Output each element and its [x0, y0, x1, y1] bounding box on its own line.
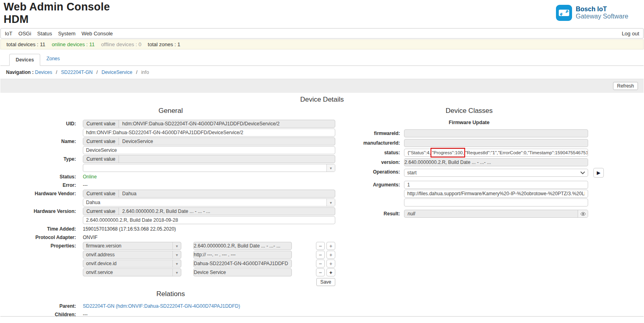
hardware-version-label: Hardware Version: [6, 207, 76, 215]
menu-item-web-console[interactable]: Web Console [82, 31, 113, 37]
fw-version-label: version: [349, 158, 400, 166]
menu-item-iot[interactable]: IoT [5, 31, 12, 37]
current-value-addon: Current value [83, 138, 119, 145]
hardware-vendor-combobox-value[interactable]: Dahua [83, 200, 326, 205]
fw-status-field[interactable]: {"Status":4,"Progress":100,"RequestId":"… [404, 149, 588, 157]
protocol-adapter-value: ONVIF [83, 233, 98, 241]
hardware-version-current-value: 2.640.0000000.2.R, Build Date ... - ... … [119, 209, 213, 214]
chevron-down-icon[interactable]: ▾ [172, 260, 181, 267]
remove-property-button[interactable]: − [316, 260, 325, 268]
stat-total-zones: total zones : 1 [148, 41, 180, 47]
arguments-label: Arguments: [349, 181, 400, 189]
name-current-value: DeviceService [119, 139, 156, 144]
property-name-select[interactable]: onvif.address ▾ [83, 251, 181, 259]
parent-label: Parent: [6, 302, 76, 310]
device-error-value: --- [83, 181, 88, 189]
breadcrumb-link-devices[interactable]: Devices [35, 70, 52, 75]
name-input[interactable] [83, 146, 335, 154]
refresh-button[interactable]: Refresh [613, 82, 638, 90]
operations-selected-value[interactable]: start [404, 170, 580, 176]
hardware-vendor-combobox[interactable]: Dahua ▾ [83, 198, 335, 206]
remove-property-button[interactable]: − [316, 268, 325, 276]
add-property-button[interactable]: + [326, 251, 335, 259]
uid-label: UID: [6, 120, 76, 128]
manufacturer-id-field [404, 139, 588, 147]
save-button[interactable]: Save [316, 278, 335, 286]
current-value-addon: Current value [83, 208, 119, 215]
children-label: Children: [6, 311, 76, 317]
operations-label: Operations: [349, 168, 400, 176]
hardware-version-current-field: Current value 2.640.0000000.2.R, Build D… [83, 207, 335, 215]
argument-input-1[interactable] [404, 181, 588, 189]
brand-name-top: Bosch IoT [576, 6, 628, 13]
stat-total-devices-value: 11 [40, 41, 45, 47]
general-heading: General [6, 107, 335, 115]
bottom-spacer [0, 317, 644, 323]
stat-total-zones-value: 1 [177, 41, 180, 47]
firmware-id-field [404, 129, 588, 137]
chevron-down-icon[interactable]: ▾ [326, 164, 335, 172]
property-row: onvif.address ▾ http:// ---. -- . --- . … [83, 251, 335, 259]
time-added-label: Time Added: [6, 225, 76, 233]
result-field: null [404, 210, 588, 218]
chevron-down-icon[interactable]: ▾ [172, 242, 181, 249]
breadcrumb-link-device[interactable]: SD22204T-GN [61, 70, 93, 75]
page-title: Device Details [0, 96, 644, 104]
remove-property-button[interactable]: − [316, 242, 325, 250]
argument-input-2[interactable] [404, 190, 588, 198]
stat-offline-devices: offline devices : 0 [101, 41, 141, 47]
name-current-field: Current value DeviceService [83, 137, 335, 145]
current-value-addon: Current value [83, 155, 119, 163]
fw-status-label: status: [349, 149, 400, 157]
header: Web Admin Console HDM Bosch IoT Gateway … [0, 0, 644, 28]
type-label: Type: [6, 155, 76, 163]
menu-item-system[interactable]: System [58, 31, 75, 37]
current-value-addon: Current value [83, 120, 119, 127]
property-row: onvif.service ▾ Device Service − + [83, 268, 335, 276]
fw-status-before: {"Status":4, [408, 150, 431, 155]
add-property-button[interactable]: + [326, 242, 335, 250]
uid-input[interactable] [83, 129, 335, 137]
property-value-field: http:// ---. -- . --- . --- [193, 251, 292, 259]
breadcrumb-prefix: Navigation : [6, 70, 34, 75]
run-operation-button[interactable]: ▶ [593, 168, 604, 178]
fw-version-field: 2.640.0000000.2.R, Build Date ... - ...-… [404, 158, 588, 166]
children-value: --- [83, 311, 88, 317]
chevron-down-icon[interactable]: ▾ [172, 269, 181, 276]
uid-current-value: hdm:ONVIF:Dahua-SD22204T-GN-4G00D74PAJ1D… [119, 121, 283, 127]
tab-zones[interactable]: Zones [40, 52, 66, 65]
firmware-id-label: firmwareId: [349, 129, 400, 137]
general-section: General UID: Current value hdm:ONVIF:Dah… [0, 107, 349, 317]
breadcrumb-separator: / [136, 70, 137, 75]
property-name-select[interactable]: onvif.service ▾ [83, 268, 181, 276]
chevron-down-icon[interactable]: ▾ [326, 199, 335, 206]
hardware-version-input[interactable] [83, 216, 335, 224]
breadcrumb-link-service[interactable]: DeviceService [101, 70, 132, 75]
properties-label: Properties: [6, 242, 76, 250]
protocol-adapter-label: Protocol Adapter: [6, 233, 76, 241]
add-property-button[interactable]: + [326, 260, 335, 268]
play-icon: ▶ [597, 170, 600, 176]
app-title: Web Admin Console HDM [4, 1, 110, 26]
parent-link[interactable]: SD22204T-GN (hdm:ONVIF:Dahua-SD22204T-GN… [83, 302, 240, 310]
menu-item-status[interactable]: Status [37, 31, 52, 37]
view-result-button[interactable] [578, 210, 588, 217]
content: Device Details General UID: Current valu… [0, 93, 644, 317]
chevron-down-icon[interactable]: ▾ [172, 251, 181, 258]
type-combobox[interactable]: ▾ [83, 164, 335, 172]
property-name-select[interactable]: firmware.version ▾ [83, 242, 181, 250]
operations-select[interactable]: start [404, 169, 588, 177]
tab-devices[interactable]: Devices [9, 54, 40, 66]
fw-status-after: "RequestId":"1","ErrorCode":0,"Timestamp… [465, 150, 587, 155]
name-label: Name: [6, 137, 76, 145]
time-added-value: 1590157013068 (17:16:53.068 22.05.2020) [83, 225, 176, 233]
breadcrumb-current: info [141, 70, 149, 75]
menu-item-osgi[interactable]: OSGi [18, 31, 31, 37]
property-name-select[interactable]: onvif.device.id ▾ [83, 260, 181, 268]
chevron-down-icon[interactable] [580, 172, 585, 174]
remove-property-button[interactable]: − [316, 251, 325, 259]
logout-link[interactable]: Log out [622, 31, 639, 37]
argument-input-3[interactable] [404, 198, 588, 206]
add-property-button[interactable]: + [326, 268, 335, 276]
result-label: Result: [349, 210, 400, 218]
